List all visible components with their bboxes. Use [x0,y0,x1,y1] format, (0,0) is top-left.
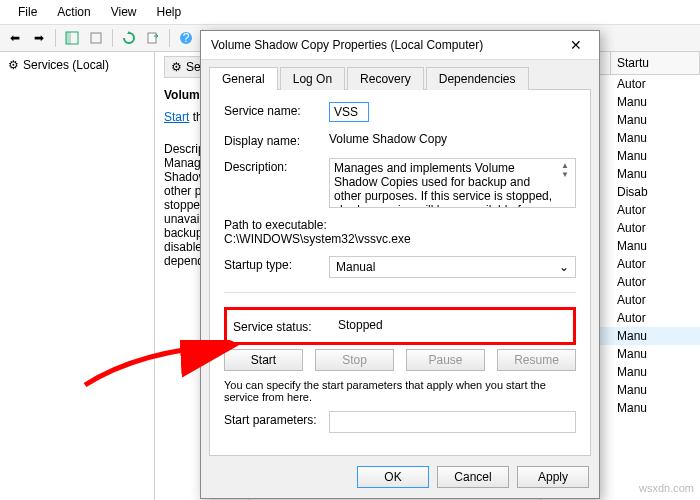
scroll-down-icon[interactable]: ▼ [559,170,571,179]
gear-icon: ⚙ [171,60,182,74]
value-service-name[interactable]: VSS [329,102,369,122]
tab-strip: General Log On Recovery Dependencies [201,60,599,89]
description-textbox[interactable]: ▲▼ Manages and implements Volume Shadow … [329,158,576,208]
export-button[interactable] [142,27,164,49]
divider [224,292,576,293]
separator [112,29,113,47]
cell-startup: Manu [611,381,700,399]
scroll-up-icon[interactable]: ▲ [559,161,571,170]
watermark: wsxdn.com [639,482,694,494]
cell-startup: Autor [611,273,700,291]
cell-startup: Manu [611,165,700,183]
help-button[interactable]: ? [175,27,197,49]
tree-item-label: Services (Local) [23,58,109,72]
dialog-titlebar[interactable]: Volume Shadow Copy Properties (Local Com… [201,31,599,60]
value-display-name: Volume Shadow Copy [329,132,576,146]
svg-rect-1 [66,32,71,44]
startup-type-value: Manual [336,260,375,274]
cell-startup: Manu [611,111,700,129]
menu-view[interactable]: View [101,2,147,22]
tree-pane: ⚙ Services (Local) [0,52,155,500]
back-button[interactable]: ⬅ [4,27,26,49]
cell-startup: Autor [611,291,700,309]
dialog-title: Volume Shadow Copy Properties (Local Com… [211,38,563,52]
label-startup-type: Startup type: [224,256,329,272]
properties-button[interactable] [85,27,107,49]
separator [55,29,56,47]
cell-startup: Autor [611,201,700,219]
value-path: C:\WINDOWS\system32\vssvc.exe [224,232,576,246]
properties-dialog: Volume Shadow Copy Properties (Local Com… [200,30,600,499]
cell-startup: Autor [611,309,700,327]
apply-button[interactable]: Apply [517,466,589,488]
start-button[interactable]: Start [224,349,303,371]
menu-bar: File Action View Help [0,0,700,25]
tab-body-general: Service name: VSS Display name: Volume S… [209,89,591,456]
cell-startup: Manu [611,345,700,363]
cell-startup: Manu [611,399,700,417]
menu-file[interactable]: File [8,2,47,22]
chevron-down-icon: ⌄ [559,260,569,274]
svg-rect-3 [148,33,156,43]
startup-type-combo[interactable]: Manual ⌄ [329,256,576,278]
cell-startup: Autor [611,75,700,93]
tab-general[interactable]: General [209,67,278,90]
value-service-status: Stopped [338,318,383,334]
menu-action[interactable]: Action [47,2,100,22]
resume-button: Resume [497,349,576,371]
label-path: Path to executable: [224,218,576,232]
tab-dependencies[interactable]: Dependencies [426,67,529,90]
svg-text:?: ? [183,31,190,45]
dialog-button-row: OK Cancel Apply [201,456,599,498]
refresh-button[interactable] [118,27,140,49]
label-display-name: Display name: [224,132,329,148]
cell-startup: Manu [611,147,700,165]
cell-startup: Manu [611,129,700,147]
forward-button[interactable]: ➡ [28,27,50,49]
cell-startup: Manu [611,327,700,345]
gear-icon: ⚙ [8,58,19,72]
tree-item-services-local[interactable]: ⚙ Services (Local) [4,56,150,74]
label-service-name: Service name: [224,102,329,118]
params-hint: You can specify the start parameters tha… [224,379,576,403]
service-status-row: Service status: Stopped [224,307,576,345]
description-value: Manages and implements Volume Shadow Cop… [334,161,552,208]
close-button[interactable]: ✕ [563,37,589,53]
label-start-params: Start parameters: [224,411,329,427]
cancel-button[interactable]: Cancel [437,466,509,488]
cell-startup: Manu [611,363,700,381]
cell-startup: Manu [611,237,700,255]
label-service-status: Service status: [233,318,338,334]
control-button-row: Start Stop Pause Resume [224,349,576,371]
menu-help[interactable]: Help [147,2,192,22]
cell-startup: Disab [611,183,700,201]
pause-button: Pause [406,349,485,371]
stop-button: Stop [315,349,394,371]
col-startup[interactable]: Startu [611,52,700,74]
ok-button[interactable]: OK [357,466,429,488]
svg-rect-2 [91,33,101,43]
scrollbar[interactable]: ▲▼ [559,161,571,179]
separator [169,29,170,47]
tab-recovery[interactable]: Recovery [347,67,424,90]
start-link[interactable]: Start [164,110,189,124]
cell-startup: Autor [611,219,700,237]
start-params-input[interactable] [329,411,576,433]
cell-startup: Manu [611,93,700,111]
cell-startup: Autor [611,255,700,273]
label-description: Description: [224,158,329,174]
show-hide-button[interactable] [61,27,83,49]
tab-logon[interactable]: Log On [280,67,345,90]
